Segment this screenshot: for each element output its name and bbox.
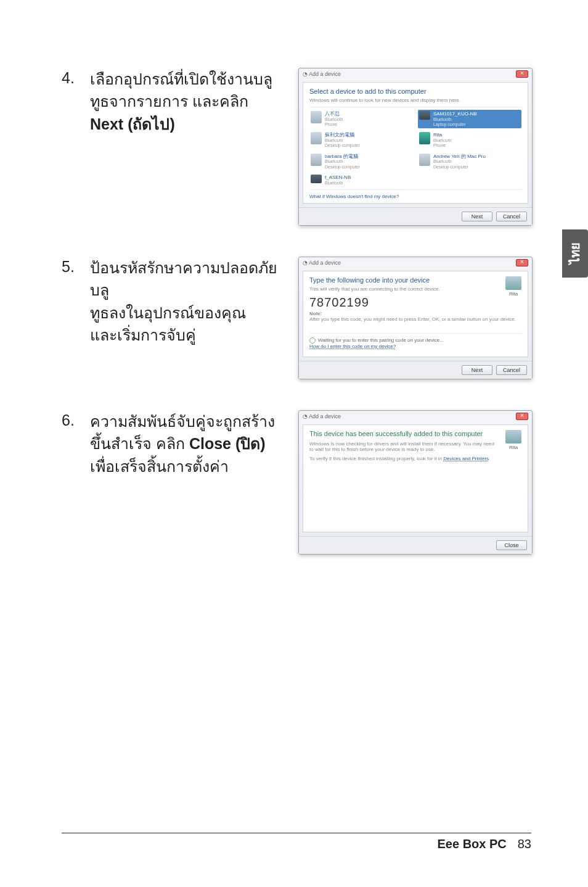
next-button[interactable]: Next xyxy=(462,212,492,221)
target-device: Rita xyxy=(505,430,521,450)
laptop-icon xyxy=(419,111,430,120)
step-text: ความสัมพันธ์จับคู่จะถูกสร้าง ขึ้นสำเร็จ … xyxy=(90,410,287,477)
page-footer: Eee Box PC 83 xyxy=(62,833,531,851)
close-icon[interactable] xyxy=(516,413,528,420)
device-item-selected[interactable]: SAM1017_KUO-NBBluetoothLaptop computer xyxy=(418,110,521,128)
dialog-subtext: Windows will continue to look for new de… xyxy=(309,97,521,103)
device-item[interactable]: 八不忍BluetoothPhone xyxy=(309,110,413,128)
line: ทูธจากรายการ และคลิก xyxy=(90,93,248,110)
dialog-subtext: This will verify that you are connecting… xyxy=(309,286,521,292)
device-item[interactable]: RitaBluetoothPhone xyxy=(418,131,521,149)
add-device-dialog-success: ◔ Add a device Rita This device has been… xyxy=(298,410,533,555)
device-label: Rita xyxy=(509,445,518,450)
step-text: ป้อนรหัสรักษาความปลอดภัยบลู ทูธลงในอุปกร… xyxy=(90,257,287,346)
device-item[interactable]: f_ASEN-NBBluetooth xyxy=(309,173,413,187)
line: ขึ้นสำเร็จ คลิก xyxy=(90,435,189,452)
devices-printers-link[interactable]: Devices and Printers xyxy=(443,456,489,461)
pairing-code: 78702199 xyxy=(309,295,521,310)
page-number: 83 xyxy=(518,837,531,851)
device-item[interactable]: barbara 的電腦BluetoothDesktop computer xyxy=(309,152,413,171)
close-button[interactable]: Close xyxy=(496,540,527,550)
add-device-dialog-code: ◔ Add a device Rita Type the following c… xyxy=(298,257,533,379)
step-4: 4. เลือกอุปกรณ์ที่เปิดใช้งานบลู ทูธจากรา… xyxy=(62,68,533,226)
step-number: 6. xyxy=(62,410,79,431)
product-name: Eee Box PC xyxy=(437,837,506,851)
device-list: 八不忍BluetoothPhone SAM1017_KUO-NBBluetoot… xyxy=(309,107,521,190)
dialog-title: ◔ Add a device xyxy=(303,413,341,419)
bold-label: Close (ปิด) xyxy=(189,435,266,452)
device-item[interactable]: Andrew Yeh 的 Mac ProBluetoothDesktop com… xyxy=(418,152,521,171)
step-text: เลือกอุปกรณ์ที่เปิดใช้งานบลู ทูธจากรายกา… xyxy=(90,68,287,135)
desktop-icon xyxy=(311,132,322,144)
line: และเริ่มการจับคู่ xyxy=(90,326,196,344)
dialog-body: Windows is now checking for drivers and … xyxy=(309,441,521,452)
phone-icon xyxy=(419,132,430,144)
line: ป้อนรหัสรักษาความปลอดภัยบลู xyxy=(90,259,277,299)
dialog-heading: This device has been successfully added … xyxy=(309,430,521,437)
step-number: 4. xyxy=(62,68,79,88)
line: เลือกอุปกรณ์ที่เปิดใช้งานบลู xyxy=(90,70,272,88)
help-link[interactable]: What if Windows doesn't find my device? xyxy=(309,194,521,199)
cancel-button[interactable]: Cancel xyxy=(496,365,527,375)
bold-label: Next (ถัดไป) xyxy=(90,115,175,133)
desktop-icon xyxy=(419,154,430,166)
step-5: 5. ป้อนรหัสรักษาความปลอดภัยบลู ทูธลงในอุ… xyxy=(62,257,533,379)
phone-icon xyxy=(311,111,322,123)
dialog-heading: Select a device to add to this computer xyxy=(309,88,521,95)
desktop-icon xyxy=(311,154,322,166)
line: ทูธลงในอุปกรณ์ของคุณ xyxy=(90,304,246,321)
dialog-title: ◔ Add a device xyxy=(303,71,341,77)
laptop-icon xyxy=(311,175,322,183)
device-icon xyxy=(505,430,521,444)
dialog-title: ◔ Add a device xyxy=(303,260,341,266)
device-item[interactable]: 蘇利文的電腦BluetoothDesktop computer xyxy=(309,131,413,149)
line: เพื่อเสร็จสิ้นการตั้งค่า xyxy=(90,458,229,475)
line: ความสัมพันธ์จับคู่จะถูกสร้าง xyxy=(90,413,275,430)
cancel-button[interactable]: Cancel xyxy=(496,212,527,221)
step-6: 6. ความสัมพันธ์จับคู่จะถูกสร้าง ขึ้นสำเร… xyxy=(62,410,533,555)
device-label: Rita xyxy=(509,291,518,297)
help-link[interactable]: How do I enter this code on my device? xyxy=(309,344,521,349)
next-button[interactable]: Next xyxy=(462,365,492,375)
close-icon[interactable] xyxy=(516,70,528,78)
target-device: Rita xyxy=(505,276,521,297)
device-icon xyxy=(505,276,521,290)
waiting-status: Waiting for you to enter this pairing co… xyxy=(309,333,521,344)
language-tab: ไทย xyxy=(562,229,588,278)
close-icon[interactable] xyxy=(516,259,528,266)
dialog-heading: Type the following code into your device xyxy=(309,276,521,284)
add-device-dialog-select: ◔ Add a device Select a device to add to… xyxy=(298,68,533,226)
page-content: 4. เลือกอุปกรณ์ที่เปิดใช้งานบลู ทูธจากรา… xyxy=(0,0,588,555)
step-number: 5. xyxy=(62,257,79,277)
dialog-body: To verify if this device finished instal… xyxy=(309,456,521,461)
note: Note:After you type this code, you might… xyxy=(309,311,521,322)
